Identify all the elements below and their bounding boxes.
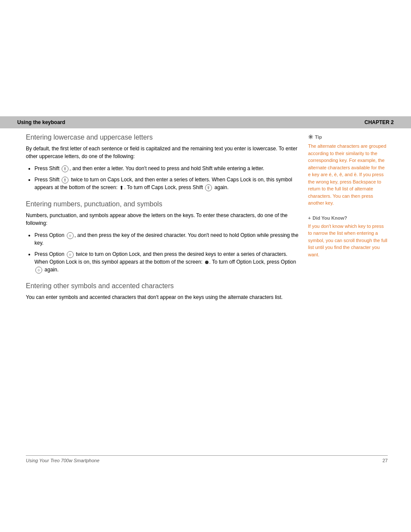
dyk-plus-icon: +: [308, 215, 311, 221]
shift-icon-1: ⇧: [62, 165, 68, 172]
option-icon-2: ○: [67, 251, 74, 258]
shift-icon-3: ⇧: [205, 184, 212, 191]
footer-page-number: 27: [383, 458, 388, 463]
main-column: Entering lowercase and uppercase letters…: [26, 134, 299, 305]
footer-bar: Using Your Treo 700w Smartphone 27: [26, 455, 388, 463]
header-section-title: Using the keyboard: [17, 119, 65, 125]
tip-star-icon: ✳: [308, 134, 313, 140]
section-intro-numbers: Numbers, punctuation, and symbols appear…: [26, 212, 299, 227]
dyk-label: Did You Know?: [312, 215, 347, 221]
tip-column: ✳ Tip The alternate characters are group…: [308, 134, 388, 305]
section-heading-lowercase: Entering lowercase and uppercase letters: [26, 134, 299, 141]
section-heading-symbols: Entering other symbols and accented char…: [26, 282, 299, 290]
dyk-text: If you don't know which key to press to …: [308, 223, 388, 258]
option-icon-3: ○: [35, 267, 42, 274]
section-intro-symbols: You can enter symbols and accented chara…: [26, 293, 299, 301]
tip-text: The alternate characters are grouped acc…: [308, 143, 388, 207]
bullet-lowercase-1: Press Shift ⇧, and then enter a letter. …: [34, 165, 299, 172]
header-chapter: CHAPTER 2: [364, 119, 394, 125]
option-lock-symbol: [205, 261, 209, 264]
footer-title: Using Your Treo 700w Smartphone: [26, 458, 100, 463]
shift-icon-2: ⇧: [62, 177, 68, 184]
tip-label: Tip: [315, 134, 322, 140]
did-you-know-box: + Did You Know? If you don't know which …: [308, 215, 388, 258]
bullet-list-numbers: Press Option ○, and then press the key o…: [34, 231, 299, 274]
content-area: Entering lowercase and uppercase letters…: [26, 134, 388, 305]
section-intro-lowercase: By default, the first letter of each sen…: [26, 145, 299, 160]
header-bar: Using the keyboard CHAPTER 2: [0, 116, 411, 128]
tip-box: ✳ Tip The alternate characters are group…: [308, 134, 388, 207]
bullet-list-lowercase: Press Shift ⇧, and then enter a letter. …: [34, 165, 299, 192]
bullet-lowercase-2: Press Shift ⇧ twice to turn on Caps Lock…: [34, 176, 299, 192]
tip-title: ✳ Tip: [308, 134, 388, 140]
caps-lock-symbol: ⬆: [119, 184, 124, 192]
dyk-title: + Did You Know?: [308, 215, 388, 221]
option-icon-1: ○: [67, 232, 74, 239]
page-wrapper: Using the keyboard CHAPTER 2 Entering lo…: [0, 0, 411, 532]
bullet-numbers-1: Press Option ○, and then press the key o…: [34, 231, 299, 247]
bullet-numbers-2: Press Option ○ twice to turn on Option L…: [34, 250, 299, 274]
section-heading-numbers: Entering numbers, punctuation, and symbo…: [26, 200, 299, 208]
